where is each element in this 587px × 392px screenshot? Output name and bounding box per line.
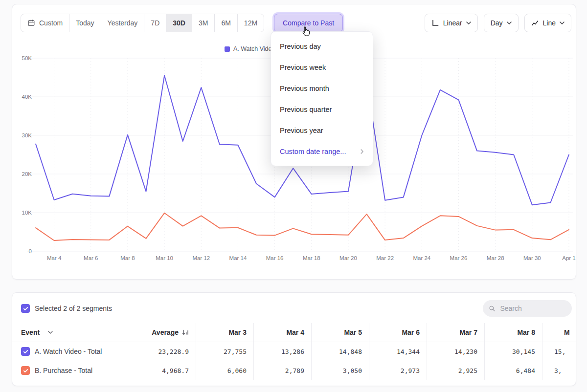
- search-box[interactable]: [483, 300, 572, 317]
- table-cell: 2,789: [254, 361, 312, 380]
- row-label-cell: A. Watch Video - Total: [12, 342, 134, 361]
- column-header-mar-5[interactable]: Mar 5: [312, 323, 369, 342]
- svg-text:10K: 10K: [22, 210, 32, 216]
- search-input[interactable]: [499, 304, 566, 313]
- preset-yesterday[interactable]: Yesterday: [101, 14, 145, 32]
- svg-text:Mar 28: Mar 28: [487, 255, 504, 261]
- preset-12m[interactable]: 12M: [237, 14, 264, 32]
- svg-text:Mar 16: Mar 16: [266, 255, 284, 261]
- segments-table: EventAverageMar 3Mar 4Mar 5Mar 6Mar 7Mar…: [12, 323, 576, 380]
- value-scale-label: Linear: [443, 19, 462, 27]
- analytics-page: Custom TodayYesterday7D30D3M6M12M Compar…: [0, 0, 587, 392]
- check-icon: [23, 348, 29, 355]
- column-header-partial: M: [542, 323, 576, 342]
- column-header-mar-6[interactable]: Mar 6: [369, 323, 427, 342]
- row-checkbox[interactable]: [21, 366, 30, 375]
- column-header-event[interactable]: Event: [12, 323, 134, 342]
- chevron-down-icon: [466, 22, 471, 24]
- row-label: A. Watch Video - Total: [35, 348, 102, 355]
- table-cell: 2,973: [369, 361, 427, 380]
- chart-toolbar: Custom TodayYesterday7D30D3M6M12M Compar…: [21, 14, 571, 32]
- table-header-row: EventAverageMar 3Mar 4Mar 5Mar 6Mar 7Mar…: [12, 323, 576, 342]
- column-header-average[interactable]: Average: [134, 323, 196, 342]
- table-cell: 2,925: [427, 361, 485, 380]
- table-body: A. Watch Video - Total23,228.927,75513,2…: [12, 342, 576, 380]
- line-chart-icon: [531, 19, 539, 27]
- compare-to-past-button[interactable]: Compare to Past: [274, 14, 343, 32]
- svg-text:Mar 6: Mar 6: [84, 255, 98, 261]
- column-header-mar-3[interactable]: Mar 3: [196, 323, 254, 342]
- table-row: A. Watch Video - Total23,228.927,75513,2…: [12, 342, 576, 361]
- legend-label-a: A. Watch Vide: [233, 45, 272, 52]
- table-cell: 4,968.7: [134, 361, 196, 380]
- calendar-icon: [27, 19, 35, 27]
- check-icon: [23, 368, 29, 374]
- select-all-checkbox[interactable]: [21, 304, 30, 313]
- svg-text:50K: 50K: [22, 55, 32, 61]
- row-label-cell: B. Purchase - Total: [12, 361, 134, 380]
- column-header-mar-4[interactable]: Mar 4: [254, 323, 312, 342]
- svg-text:40K: 40K: [22, 94, 32, 100]
- svg-text:Mar 14: Mar 14: [229, 255, 247, 261]
- axes-icon: [431, 19, 439, 27]
- value-scale-button[interactable]: Linear: [425, 14, 478, 32]
- custom-range-label: Custom: [39, 19, 63, 27]
- row-label: B. Purchase - Total: [35, 367, 92, 374]
- chart-type-button[interactable]: Line: [524, 14, 571, 32]
- svg-text:Mar 8: Mar 8: [120, 255, 135, 261]
- chevron-down-icon: [48, 331, 53, 334]
- table-cell: 3,050: [312, 361, 369, 380]
- svg-text:30K: 30K: [22, 132, 32, 138]
- preset-today[interactable]: Today: [69, 14, 101, 32]
- menu-item-previous-week[interactable]: Previous week: [271, 57, 373, 78]
- svg-text:Mar 24: Mar 24: [413, 255, 430, 261]
- preset-30d[interactable]: 30D: [166, 14, 192, 32]
- menu-item-previous-quarter[interactable]: Previous quarter: [271, 99, 373, 120]
- column-header-mar-7[interactable]: Mar 7: [427, 323, 485, 342]
- menu-item-custom-date-range[interactable]: Custom date range...: [271, 141, 373, 162]
- table-cell: 15,: [542, 342, 576, 361]
- svg-text:Mar 20: Mar 20: [339, 255, 357, 261]
- table-cell: 14,848: [312, 342, 369, 361]
- segments-controls: Selected 2 of 2 segments: [21, 299, 572, 318]
- svg-text:Mar 10: Mar 10: [156, 255, 173, 261]
- table-cell: 14,344: [369, 342, 427, 361]
- chart-view-controls: Linear Day Line: [425, 14, 571, 32]
- preset-3m[interactable]: 3M: [192, 14, 215, 32]
- legend-swatch-a: [225, 46, 230, 52]
- table-cell: 6,484: [485, 361, 542, 380]
- svg-text:0: 0: [29, 248, 32, 254]
- interval-label: Day: [491, 19, 503, 27]
- svg-text:Mar 12: Mar 12: [192, 255, 210, 261]
- search-icon: [489, 305, 495, 312]
- chevron-right-icon: [361, 149, 364, 154]
- custom-range-button[interactable]: Custom: [21, 14, 69, 32]
- row-checkbox[interactable]: [21, 347, 30, 356]
- menu-item-previous-year[interactable]: Previous year: [271, 120, 373, 141]
- preset-7d[interactable]: 7D: [144, 14, 166, 32]
- table-cell: 3,: [542, 361, 576, 380]
- interval-button[interactable]: Day: [484, 14, 519, 32]
- sort-icon[interactable]: [182, 329, 189, 336]
- check-icon: [23, 305, 29, 312]
- menu-item-previous-day[interactable]: Previous day: [271, 36, 373, 57]
- svg-text:20K: 20K: [22, 171, 32, 177]
- segments-card: Selected 2 of 2 segments EventAverageMar…: [12, 292, 576, 386]
- menu-item-previous-month[interactable]: Previous month: [271, 78, 373, 99]
- svg-text:Apr 1: Apr 1: [562, 255, 576, 261]
- preset-6m[interactable]: 6M: [214, 14, 237, 32]
- chevron-down-icon: [507, 22, 512, 24]
- table-cell: 23,228.9: [134, 342, 196, 361]
- table-cell: 27,755: [196, 342, 254, 361]
- table-cell: 13,286: [254, 342, 312, 361]
- svg-text:Mar 26: Mar 26: [450, 255, 468, 261]
- date-preset-group: Custom TodayYesterday7D30D3M6M12M: [21, 14, 264, 32]
- selected-count-label: Selected 2 of 2 segments: [35, 305, 112, 312]
- chart-legend: A. Watch Vide: [225, 45, 272, 52]
- table-cell: 30,145: [485, 342, 542, 361]
- column-header-mar-8[interactable]: Mar 8: [485, 323, 542, 342]
- svg-text:Mar 18: Mar 18: [303, 255, 320, 261]
- svg-text:Mar 22: Mar 22: [376, 255, 394, 261]
- svg-text:Mar 4: Mar 4: [47, 255, 62, 261]
- table-row: B. Purchase - Total4,968.76,0602,7893,05…: [12, 361, 576, 380]
